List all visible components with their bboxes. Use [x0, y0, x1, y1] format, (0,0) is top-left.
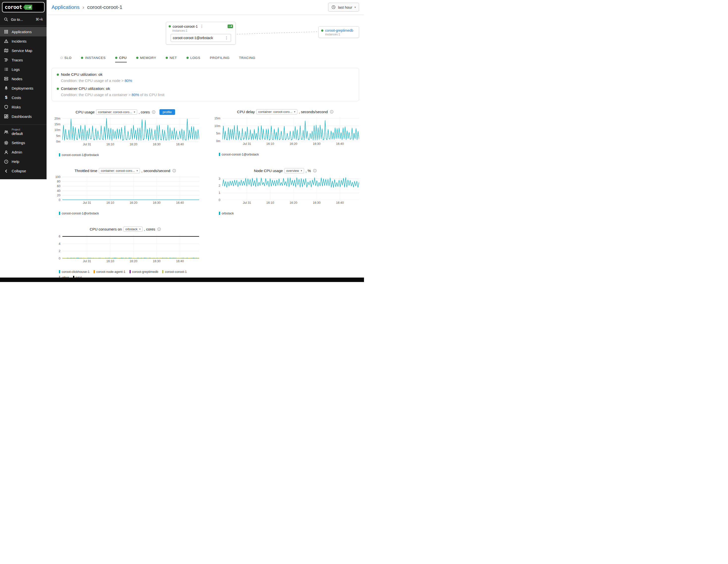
x-axis-label: Jul 31 — [83, 201, 91, 205]
sidebar-item-traces[interactable]: Traces — [0, 55, 47, 65]
legend-item[interactable]: orbstack — [219, 211, 234, 215]
chart-cpu-usage: CPU usage container: coroot-coro...▾ , c… — [52, 109, 199, 157]
series-selector[interactable]: container: coroot-coro...▾ — [96, 109, 137, 115]
time-range-picker[interactable]: last hour ▾ — [328, 3, 359, 12]
instance-item[interactable]: coroot-coroot-1@orbstack ⋮ — [171, 34, 231, 42]
x-axis-label: 16:20 — [130, 259, 137, 263]
sidebar-item-collapse[interactable]: Collapse — [0, 166, 47, 176]
tab-memory[interactable]: MEMORY — [136, 56, 156, 62]
legend-swatch — [162, 270, 163, 273]
status-dot-green — [57, 74, 59, 76]
check-node-cpu: Node CPU utilization: ok — [57, 72, 354, 77]
sidebar-item-deployments[interactable]: Deployments — [0, 83, 47, 93]
chart-canvas[interactable] — [62, 234, 199, 258]
x-axis-label: 16:20 — [289, 142, 297, 146]
legend-item[interactable]: coroot-coroot-1 — [162, 270, 187, 274]
sidebar-item-costs[interactable]: $ Costs — [0, 93, 47, 102]
chart-canvas[interactable] — [222, 176, 359, 200]
y-axis: 20m15m10m5m0m — [52, 117, 62, 142]
dashboard-icon — [4, 114, 8, 119]
y-axis-label: 100 — [55, 175, 60, 179]
chart-canvas[interactable] — [62, 176, 199, 200]
chart-legend: orbstack — [219, 211, 359, 215]
app-card-coroot-coroot-1[interactable]: coroot-coroot-1 ⋮ :~# instances:1 coroot… — [166, 22, 236, 45]
tab-cpu[interactable]: CPU — [115, 56, 127, 62]
legend-item[interactable]: coroot-coroot-1@orbstack — [59, 153, 99, 157]
x-axis-label: 16:40 — [336, 201, 344, 205]
x-axis-label: 16:30 — [313, 142, 320, 146]
sidebar-item-label: Deployments — [12, 86, 33, 90]
instances-label: instances:1 — [172, 29, 233, 32]
check-title: Container CPU utilization: ok — [61, 86, 110, 91]
chart-throttled-time: Throttled time container: coroot-coro...… — [52, 168, 199, 215]
tab-tracing[interactable]: TRACING — [239, 56, 255, 62]
legend-label: orbstack — [222, 211, 234, 215]
legend-item[interactable]: coroot-clickhouse-1 — [59, 270, 90, 274]
info-icon[interactable] — [152, 110, 156, 114]
chart-title: Node CPU usage overview▾ , % — [211, 168, 359, 173]
sidebar-item-admin[interactable]: Admin — [0, 148, 47, 157]
main-area: Applications › coroot-coroot-1 last hour… — [47, 0, 364, 279]
caret-down-icon: ▾ — [139, 228, 141, 231]
profile-button[interactable]: profile — [159, 109, 175, 115]
kebab-menu-icon[interactable]: ⋮ — [200, 24, 204, 28]
sidebar-item-logs[interactable]: Logs — [0, 65, 47, 74]
legend-item[interactable]: coroot-coroot-1@orbstack — [59, 211, 99, 215]
x-axis-label: 16:10 — [106, 201, 114, 205]
plot-area — [222, 117, 359, 141]
sidebar-item-applications[interactable]: Applications — [0, 27, 47, 36]
info-icon[interactable] — [313, 169, 317, 173]
info-icon[interactable] — [330, 110, 334, 114]
app-card-coroot-greptimedb[interactable]: coroot-greptimedb instances:1 — [318, 26, 359, 38]
app-card-title: coroot-coroot-1 — [173, 24, 198, 28]
y-axis-label: 1 — [219, 191, 220, 195]
chart-legend: coroot-coroot-1@orbstack — [59, 211, 199, 215]
goto-label: Go to... — [11, 17, 23, 22]
tab-profiling[interactable]: PROFILING — [210, 56, 230, 62]
chart-canvas[interactable] — [222, 117, 359, 141]
sidebar-item-risks[interactable]: Risks — [0, 102, 47, 112]
info-icon[interactable] — [157, 227, 161, 231]
sidebar-item-settings[interactable]: Settings — [0, 138, 47, 148]
sidebar-item-nodes[interactable]: Nodes — [0, 74, 47, 83]
tab-slo[interactable]: SLO — [60, 56, 72, 62]
project-switcher[interactable]: Project default — [0, 126, 47, 138]
legend-item[interactable]: coroot-node-agent-1 — [94, 270, 126, 274]
sidebar-item-service-map[interactable]: Service Map — [0, 46, 47, 55]
threshold-link[interactable]: 80% — [132, 93, 139, 97]
legend-label: coroot-coroot-1@orbstack — [62, 211, 99, 215]
tab-instances[interactable]: INSTANCES — [81, 56, 105, 62]
coroot-logo[interactable]: coroot :~# — [2, 2, 45, 12]
breadcrumb-applications[interactable]: Applications — [52, 4, 79, 10]
y-axis-label: 20m — [54, 117, 60, 120]
chart-canvas[interactable] — [62, 117, 199, 142]
threshold-link[interactable]: 80% — [125, 78, 132, 83]
terminal-badge: :~# — [228, 25, 233, 28]
tab-net[interactable]: NET — [166, 56, 177, 62]
x-axis-label: 16:30 — [153, 259, 160, 263]
legend-item[interactable]: coroot-greptimedb — [130, 270, 158, 274]
node-selector[interactable]: orbstack▾ — [123, 227, 143, 232]
legend-swatch — [219, 153, 220, 156]
info-icon[interactable] — [172, 169, 176, 173]
chart-node-cpu-usage: Node CPU usage overview▾ , % 3210 Jul 31… — [211, 168, 359, 215]
plot-area — [62, 234, 199, 258]
chart-unit: , cores — [144, 227, 155, 231]
check-condition: Condition: the CPU usage of a node > 80% — [61, 78, 354, 83]
sidebar-item-dashboards[interactable]: Dashboards — [0, 112, 47, 121]
linked-app-title[interactable]: coroot-greptimedb — [325, 28, 353, 32]
sidebar-item-label: Applications — [12, 30, 32, 34]
chart-cpu-consumers: CPU consumers on orbstack▾ , cores 6420 … — [52, 227, 199, 279]
goto-search[interactable]: Go to... ⌘+k — [0, 14, 47, 24]
kebab-menu-icon[interactable]: ⋮ — [224, 36, 229, 40]
tab-logs[interactable]: LOGS — [186, 56, 201, 62]
chart-title: Throttled time container: coroot-coro...… — [52, 168, 199, 173]
series-selector[interactable]: container: coroot-coro...▾ — [256, 109, 297, 114]
status-dot-green — [169, 25, 171, 27]
series-selector[interactable]: overview▾ — [284, 168, 304, 173]
sidebar-item-incidents[interactable]: Incidents — [0, 36, 47, 46]
series-selector[interactable]: container: coroot-coro...▾ — [99, 168, 140, 173]
sidebar-item-help[interactable]: ? Help — [0, 157, 47, 166]
logo-text: coroot — [5, 4, 22, 10]
legend-item[interactable]: coroot-coroot-1@orbstack — [219, 153, 259, 156]
